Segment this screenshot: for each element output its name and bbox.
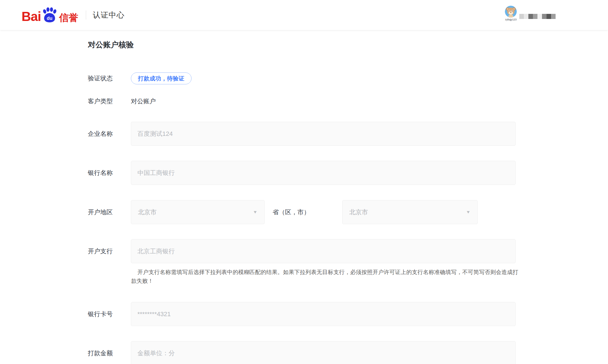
province-selected-value: 北京市	[138, 208, 157, 217]
bank-name-input[interactable]	[131, 161, 516, 185]
province-select[interactable]: 北京市 ▼	[131, 200, 265, 224]
card-number-input[interactable]	[131, 302, 516, 326]
row-card-number: 银行卡号	[88, 302, 516, 326]
payment-amount-label: 打款金额	[88, 349, 131, 357]
user-avatar[interactable]	[505, 6, 517, 18]
branch-hint-text: 开户支行名称需填写后选择下拉列表中的模糊匹配的结果。如果下拉列表无目标支行，必须…	[131, 268, 518, 285]
user-account[interactable]: zybqjy123	[504, 6, 517, 21]
logo-text-bai: Bai	[22, 10, 41, 23]
user-username: zybqjy123	[504, 18, 517, 21]
row-payment-amount: 打款金额	[88, 341, 516, 364]
status-badge: 打款成功，待验证	[131, 72, 192, 84]
logo-text-xinyu: 信誉	[59, 13, 78, 23]
row-bank-name: 银行名称	[88, 161, 516, 185]
row-customer-type: 客户类型 对公账户	[88, 95, 156, 108]
header-divider	[86, 10, 86, 20]
company-name-label: 企业名称	[88, 130, 131, 138]
redacted-username-blur	[519, 14, 556, 19]
row-verify-status: 验证状态 打款成功，待验证	[88, 72, 192, 85]
verify-status-label: 验证状态	[88, 74, 131, 83]
row-open-region: 开户地区 北京市 ▼ 省（区，市） 北京市 ▼	[88, 200, 478, 224]
city-selected-value: 北京市	[349, 208, 368, 217]
baidu-xinyu-logo[interactable]: Bai du 信誉	[22, 7, 78, 23]
row-branch-name: 开户支行	[88, 239, 516, 263]
bank-name-label: 银行名称	[88, 169, 131, 177]
open-region-label: 开户地区	[88, 208, 131, 217]
branch-name-label: 开户支行	[88, 247, 131, 256]
page-title: 对公账户核验	[88, 40, 134, 50]
company-name-input[interactable]	[131, 122, 516, 146]
city-select[interactable]: 北京市 ▼	[342, 200, 478, 224]
baidu-paw-icon: du	[41, 7, 58, 23]
customer-type-label: 客户类型	[88, 97, 131, 106]
customer-type-value: 对公账户	[131, 97, 156, 106]
row-company-name: 企业名称	[88, 122, 516, 146]
payment-amount-input[interactable]	[131, 341, 516, 364]
chevron-down-icon: ▼	[253, 210, 258, 215]
branch-name-input[interactable]	[131, 239, 516, 263]
top-header: Bai du 信誉 认证中心	[0, 0, 608, 30]
province-suffix-label: 省（区，市）	[273, 208, 310, 217]
bear-avatar-icon	[505, 6, 517, 18]
chevron-down-icon: ▼	[466, 210, 471, 215]
card-number-label: 银行卡号	[88, 310, 131, 318]
header-title: 认证中心	[93, 10, 125, 20]
logo-text-du: du	[47, 16, 52, 21]
